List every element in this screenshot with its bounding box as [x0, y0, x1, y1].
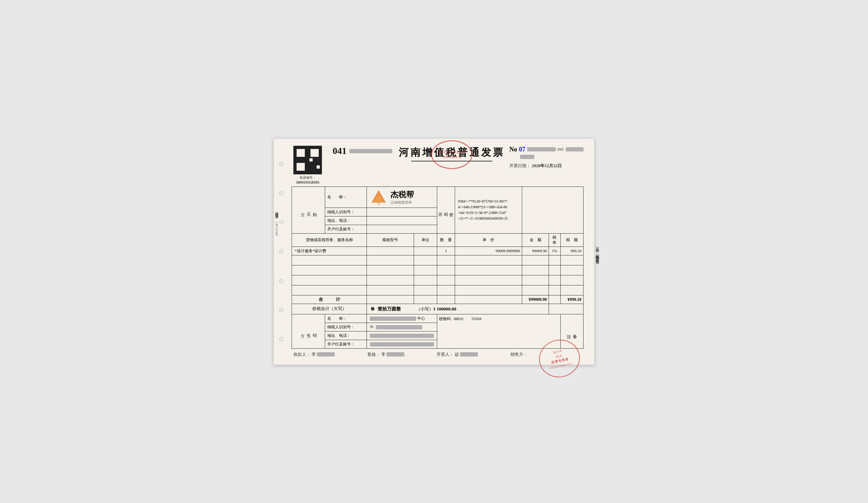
buyer-address-label: 地址、电话： — [325, 216, 367, 225]
receiver-value: 李 — [312, 352, 316, 358]
svg-text:S: S — [378, 201, 380, 206]
checker-blurred — [387, 352, 404, 357]
item1-amount: 99009.90 — [522, 246, 549, 255]
col-tax-header: 税 额 — [560, 233, 583, 246]
buyer-row: 购买方 名 称： S 杰税帮 让纳税更简单 — [292, 186, 584, 208]
seller-name-blurred — [370, 317, 416, 321]
price-total-small-value: 100000.00 — [436, 306, 456, 312]
item1-unit — [414, 246, 437, 255]
item1-qty: 1 — [437, 246, 455, 255]
main-title: 河南增值税普通发票 — [398, 146, 506, 159]
seller-taxid-blurred — [376, 325, 422, 329]
total-price — [455, 295, 522, 304]
item-row-4 — [292, 275, 584, 285]
seller-taxid: 91 — [370, 324, 374, 329]
seller-address-blurred — [370, 334, 434, 338]
seller-taxid-label: 纳税人识别号： — [325, 323, 367, 331]
total-taxrate — [549, 295, 560, 304]
issuer-value: 赵 — [455, 352, 459, 358]
buyer-bank-label: 开户行及账号： — [325, 225, 367, 233]
buyer-address-value — [367, 216, 437, 225]
item1-price: 99009.9009900 — [455, 246, 522, 255]
seller-verification-cell: 校验码 08032 55958 — [437, 314, 560, 348]
verification-row: 校验码 08032 55958 — [439, 316, 558, 322]
seller-bank-value — [367, 340, 437, 348]
no-07-blurred — [520, 155, 534, 159]
seller-address-label: 地址、电话： — [325, 331, 367, 340]
total-tax: ¥990.10 — [560, 295, 583, 304]
no-blurred — [527, 147, 556, 151]
title-section: 河南增值税普通发票 河南国税发票监制章 河南省税务局 — [398, 146, 506, 161]
qr-code — [293, 146, 322, 174]
invoice-code-prefix: 041 — [333, 146, 347, 156]
qr-section: 机器编号： 589919358395 — [292, 146, 324, 184]
stamp-design-text: 设计中 — [553, 349, 563, 354]
total-spec — [367, 295, 414, 304]
issuer-label: 开票人： — [436, 352, 454, 358]
cipher-text-cell: 0384<<**8128+875760+55-901*/ 4<<646-2368… — [455, 186, 522, 233]
no-section: No 07 041 开票日期： 2020年12月22日 — [509, 146, 584, 169]
seller-bank-blurred — [370, 342, 434, 347]
price-total-big-value: 壹拾万圆整 — [378, 306, 401, 312]
checker-value: 李 — [381, 352, 385, 358]
date-row: 开票日期： 2020年12月22日 — [509, 163, 584, 169]
receiver-blurred — [317, 352, 335, 357]
buyer-section-label: 购买方 — [292, 186, 325, 233]
price-total-big: ⊗ 壹拾万圆整 （小写）¥ 100000.00 — [367, 304, 549, 314]
logo-subtitle: 让纳税更简单 — [390, 200, 414, 205]
price-total-row: 价税合计（大写） ⊗ 壹拾万圆整 （小写）¥ 100000.00 — [292, 304, 584, 314]
col-qty-header: 数 量 — [437, 233, 455, 246]
receiver-section: 收款人： 李 — [293, 352, 335, 358]
punch-holes — [279, 139, 283, 365]
item1-taxrate: 1% — [549, 246, 560, 255]
stamp-mid-text: 914 — [556, 354, 562, 358]
machine-label: 机器编号： — [300, 175, 316, 180]
total-amount: ¥99009.90 — [522, 295, 549, 304]
col-price-header: 单 价 — [455, 233, 522, 246]
no-value: 07 — [519, 146, 525, 153]
right-side-label: 第一联：记账联销售方记账凭证 — [595, 245, 600, 258]
col-amount-header: 金 额 — [522, 233, 549, 246]
item1-name: *设计服务*设计费 — [292, 246, 367, 255]
buyer-name-value: S 杰税帮 让纳税更简单 — [367, 186, 437, 208]
verification-value1: 08032 — [454, 317, 464, 321]
col-unit-header: 单位 — [414, 233, 437, 246]
col-spec-header: 规格型号 — [367, 233, 414, 246]
issuer-section: 开票人： 赵 — [436, 352, 478, 358]
item-row-1: *设计服务*设计费 1 99009.9009900 99009.90 1% 99… — [292, 246, 584, 255]
logo-text-container: 杰税帮 让纳税更简单 — [390, 189, 414, 205]
receiver-label: 收款人： — [293, 352, 311, 358]
item-row-5 — [292, 285, 584, 295]
col-taxrate-header: 税率 — [549, 233, 560, 246]
seller-name-label: 名 称： — [325, 314, 367, 323]
left-side-vertical-text: （2020）141号东省市税务局发票监制 — [274, 218, 279, 236]
logo-company-name: 杰税帮 — [390, 189, 414, 200]
price-total-empty — [549, 304, 584, 314]
total-unit — [414, 295, 437, 304]
verification-value2: 55958 — [471, 317, 481, 321]
verification-label: 校验码 — [439, 317, 451, 321]
item1-spec — [367, 246, 414, 255]
no-041: 041 — [557, 147, 564, 152]
seller-taxid-value: 91 — [367, 323, 437, 331]
invoice-header: 机器编号： 589919358395 041 河南增值税普通发票 河南国税发票监… — [292, 146, 584, 184]
machine-number: 589919358395 — [296, 180, 319, 184]
total-row: 合 计 ¥99009.90 ¥990.10 — [292, 295, 584, 304]
seller-name-suffix: 中心 — [417, 316, 425, 320]
buyer-bank-value — [367, 225, 437, 233]
logo-icon: S — [370, 188, 388, 206]
price-total-label: 价税合计（大写） — [292, 304, 367, 314]
seller-bottom-label: 销售方： — [510, 352, 528, 358]
invoice-container: 第一联：记账联销售方记账凭证 机器编号： 589919358395 041 — [273, 138, 595, 365]
buyer-taxid-value — [367, 208, 437, 216]
logo-container: S 杰税帮 让纳税更简单 — [370, 188, 434, 206]
cipher-label-cell: 密码区 — [437, 186, 455, 233]
items-header-row: 货物或应税劳务、服务名称 规格型号 单位 数 量 单 价 金 额 税率 税 额 — [292, 233, 584, 246]
seller-row-1: 销售方 名 称： 中心 校验码 08032 55958 备注 — [292, 314, 584, 323]
item-row-2 — [292, 255, 584, 265]
no-label: No — [509, 146, 517, 153]
buyer-taxid-label: 纳税人识别号： — [325, 208, 367, 216]
checker-label: 复核： — [367, 352, 380, 358]
seller-section-label: 销售方 — [292, 314, 325, 348]
cipher-text: 0384<<**8128+875760+55-901*/ 4<<646-2368… — [458, 199, 519, 221]
